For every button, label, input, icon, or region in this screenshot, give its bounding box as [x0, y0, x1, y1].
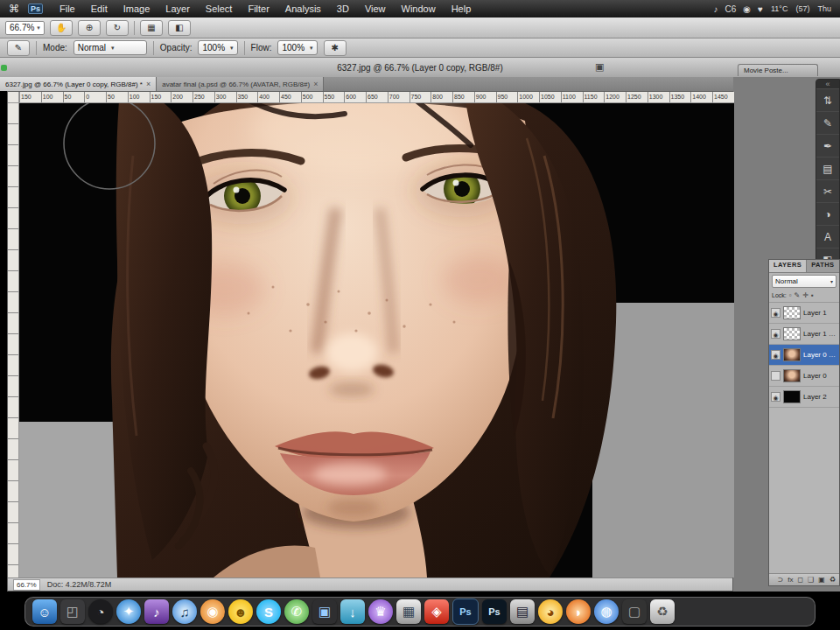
collapse-panels-icon[interactable]: « [816, 80, 839, 89]
status-zoom-field[interactable]: 66.7% [13, 579, 40, 591]
visibility-toggle-icon[interactable]: ◉ [771, 392, 780, 402]
layers-footer-icon[interactable]: ◻ [797, 576, 803, 584]
dock-app-icon[interactable]: ◉ [200, 599, 225, 624]
layer-row[interactable]: ◉ Layer 1 copy [769, 324, 839, 345]
dock-app-icon[interactable]: ◕ [538, 599, 563, 624]
layers-footer-icon[interactable]: ⊃ [778, 576, 784, 584]
dock-app-icon[interactable]: ◔ [88, 599, 113, 624]
ruler-label: 1300 [648, 92, 669, 102]
hand-tool-icon[interactable]: ✋ [50, 20, 73, 36]
document-status-bar: 66.7% Doc: 4.22M/8.72M [8, 578, 732, 591]
dock-app-icon[interactable]: ▢ [622, 599, 647, 624]
window-button-icon[interactable]: ▣ [595, 61, 604, 73]
dock-app-icon[interactable]: ▤ [510, 599, 535, 624]
menu-item[interactable]: Window [394, 4, 444, 14]
menu-item[interactable]: Analysis [277, 4, 329, 14]
status-icon[interactable]: ◉ [743, 4, 751, 14]
ruler-label: 1200 [604, 92, 626, 102]
lock-icon[interactable]: ✛ [802, 291, 808, 299]
dock-app-icon[interactable]: ◈ [424, 599, 449, 624]
layer-row[interactable]: ◉ Layer 0 copy [769, 345, 839, 366]
status-icon[interactable]: ♪ [714, 4, 718, 14]
dock-app-icon[interactable]: ◰ [60, 599, 85, 624]
collapsed-panel-tab[interactable]: Movie Poste... [738, 64, 818, 76]
dock-app-icon[interactable]: Ps [482, 599, 507, 624]
ruler-corner[interactable] [8, 92, 19, 103]
lock-options-row: Lock: ▫✎✛▪ [769, 289, 839, 303]
layer-row[interactable]: ◉ Layer 1 [769, 303, 839, 324]
dock-app-icon[interactable]: S [256, 599, 281, 624]
panel-icon[interactable]: ⇅ [816, 89, 839, 112]
panel-icon[interactable]: ▤ [816, 158, 839, 180]
menu-item[interactable]: Edit [83, 4, 116, 14]
horizontal-ruler[interactable]: 1501005005010015020025030035040045050055… [19, 92, 734, 103]
menu-item[interactable]: File [52, 4, 83, 14]
layers-footer-icon[interactable]: ♻ [830, 576, 836, 584]
dock-app-icon[interactable]: ♻ [650, 599, 675, 624]
ruler-label: 1450 [712, 92, 734, 102]
dock-app-icon[interactable]: ♫ [172, 599, 197, 624]
dock-app-icon[interactable]: ♛ [368, 599, 393, 624]
tab-close-icon[interactable]: × [313, 80, 318, 88]
tab-paths[interactable]: PATHS [807, 260, 838, 272]
screen-mode-icon[interactable]: ◧ [168, 20, 191, 36]
menu-item[interactable]: Filter [240, 4, 276, 14]
menu-item[interactable]: Layer [158, 4, 198, 14]
layers-blend-mode-select[interactable]: Normal ▾ [772, 275, 836, 288]
dock-app-icon[interactable]: ▦ [396, 599, 421, 624]
blend-mode-select[interactable]: Normal ▾ [74, 40, 147, 55]
panel-icon[interactable]: ◑ [816, 203, 839, 226]
panel-icon[interactable]: ✂ [816, 180, 839, 203]
tab-layers[interactable]: LAYERS [769, 260, 807, 272]
flow-select[interactable]: 100% ▾ [277, 40, 317, 55]
menu-item[interactable]: 3D [329, 4, 357, 14]
layers-footer-icon[interactable]: fx [788, 576, 793, 584]
arrange-documents-icon[interactable]: ▦ [140, 20, 163, 36]
dock-app-icon[interactable]: ♪ [144, 599, 169, 624]
dock-app-icon[interactable]: ◍ [594, 599, 619, 624]
vertical-ruler[interactable] [8, 103, 19, 578]
menu-item[interactable]: Help [444, 4, 480, 14]
panel-icon[interactable]: A [816, 226, 839, 248]
layer-row[interactable]: ◉ Layer 2 [769, 387, 839, 408]
apple-menu-icon[interactable]: ⌘ [9, 3, 19, 15]
visibility-toggle-icon[interactable] [771, 371, 780, 381]
airbrush-toggle-icon[interactable]: ✱ [324, 40, 346, 56]
dock-app-icon[interactable]: ▣ [312, 599, 337, 624]
visibility-toggle-icon[interactable]: ◉ [771, 329, 780, 339]
lock-icon[interactable]: ✎ [794, 291, 801, 299]
menu-item[interactable]: Image [116, 4, 158, 14]
dock-app-icon[interactable]: ☺ [32, 599, 57, 624]
panel-icon[interactable]: ✒ [816, 135, 839, 158]
layers-footer-icon[interactable]: ❑ [808, 576, 814, 584]
visibility-toggle-icon[interactable]: ◉ [771, 350, 780, 360]
layers-footer-icon[interactable]: ▣ [818, 576, 825, 584]
canvas-image[interactable] [19, 103, 734, 578]
canvas-area[interactable] [19, 103, 734, 578]
dock-app-icon[interactable]: ✆ [284, 599, 309, 624]
lock-icon[interactable]: ▫ [789, 291, 792, 299]
visibility-toggle-icon[interactable]: ◉ [771, 308, 780, 318]
menu-item[interactable]: View [357, 4, 394, 14]
status-icon[interactable]: C6 [725, 4, 737, 14]
status-icon[interactable]: ♥ [758, 4, 763, 14]
panel-icon[interactable]: ✎ [816, 112, 839, 135]
dock-app-icon[interactable]: ◗ [566, 599, 591, 624]
zoom-tool-icon[interactable]: ⊕ [78, 20, 101, 36]
zoom-level-field[interactable]: 66.7% ▾ [5, 21, 45, 35]
menu-item[interactable]: Select [198, 4, 241, 14]
tab-close-icon[interactable]: × [146, 80, 150, 88]
document-title-bar[interactable]: 6327.jpg @ 66.7% (Layer 0 copy, RGB/8#) [0, 58, 840, 78]
dock-app-icon[interactable]: Ps [452, 598, 479, 625]
layers-panel-tabs: LAYERS PATHS [769, 260, 839, 273]
document-tab-active[interactable]: 6327.jpg @ 66.7% (Layer 0 copy, RGB/8#) … [0, 77, 157, 91]
opacity-select[interactable]: 100% ▾ [198, 40, 237, 55]
rotate-view-icon[interactable]: ↻ [106, 20, 129, 36]
document-tab[interactable]: avatar final (a.psd @ 66.7% (AVATAR, RGB… [157, 77, 324, 91]
layer-row[interactable]: Layer 0 [769, 366, 839, 387]
lock-icon[interactable]: ▪ [811, 291, 814, 299]
dock-app-icon[interactable]: ☻ [228, 599, 253, 624]
dock-app-icon[interactable]: ↓ [340, 599, 365, 624]
brush-tool-icon[interactable]: ✎ [7, 40, 30, 56]
dock-app-icon[interactable]: ✦ [116, 599, 141, 624]
